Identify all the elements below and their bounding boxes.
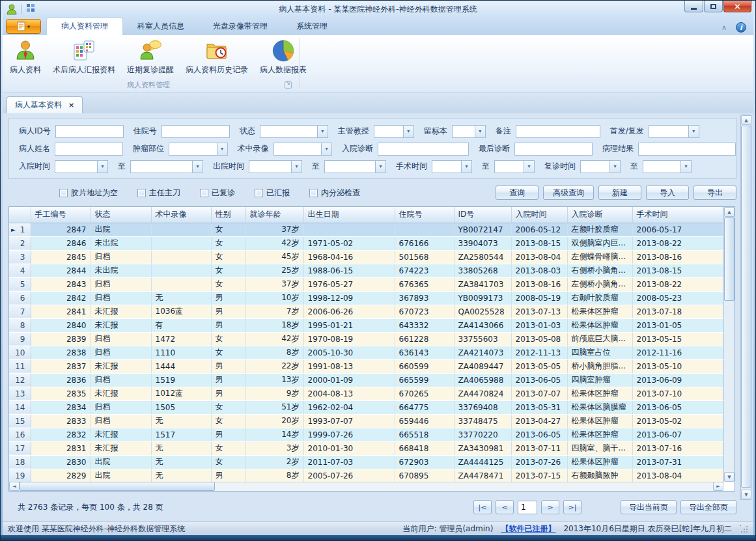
table-row[interactable]: 152833归档无女20岁1993-07-0765944633748475201…	[9, 414, 723, 428]
scroll-up-icon[interactable]: ▲	[724, 207, 735, 217]
row-selector[interactable]: 8	[9, 318, 31, 332]
table-row[interactable]: 92839归档1472女42岁1970-08-19661228337556032…	[9, 332, 723, 346]
quick-access-icon[interactable]	[26, 3, 36, 16]
row-selector[interactable]: 14	[9, 400, 31, 414]
ribbon-collapse-icon[interactable]: ∧	[721, 23, 727, 32]
chevron-down-icon[interactable]: ▾	[291, 161, 301, 173]
first-page-button[interactable]: |<	[473, 500, 492, 514]
column-header-ID号[interactable]: ID号	[454, 207, 511, 223]
combo-复诊时间[interactable]: ▾	[580, 160, 621, 173]
chevron-down-icon[interactable]: ▾	[688, 126, 699, 137]
table-row[interactable]: 182830出院无女2岁2011-07-03672903ZA4444125201…	[9, 455, 723, 469]
chevron-down-icon[interactable]: ▾	[217, 143, 227, 155]
ribbon-tab-2[interactable]: 科室人员信息	[123, 18, 199, 35]
column-header-入院诊断[interactable]: 入院诊断	[567, 207, 632, 223]
chevron-down-icon[interactable]: ▾	[680, 161, 691, 173]
minimize-button[interactable]	[684, 1, 703, 12]
table-row[interactable]: 22846未出院女42岁1971-05-02676166339040732013…	[9, 236, 723, 250]
column-header-住院号[interactable]: 住院号	[395, 207, 454, 223]
table-row[interactable]: 72841未汇报1036蓝男7岁2006-06-26670723QA002552…	[9, 305, 723, 318]
row-selector[interactable]: 19	[9, 469, 31, 482]
last-page-button[interactable]: >|	[563, 500, 581, 514]
table-row[interactable]: 192829出院无男8岁2005-07-26670895ZA4478471201…	[9, 469, 723, 482]
checkbox-内分泌检查[interactable]: 内分泌检查	[309, 187, 360, 199]
checkbox-主任主刀[interactable]: 主任主刀	[137, 187, 180, 199]
export-current-page-button[interactable]: 导出当前页	[621, 500, 677, 514]
application-menu-button[interactable]: ▾	[6, 19, 41, 34]
table-row[interactable]: 122836归档1519男13岁2000-01-09665599ZA406598…	[9, 373, 723, 387]
column-header-出生日期[interactable]: 出生日期	[303, 207, 395, 223]
ribbon-button-病人资料[interactable]: 病人资料	[4, 36, 47, 77]
input-入院诊断[interactable]	[378, 143, 469, 156]
export-all-pages-button[interactable]: 导出全部页	[680, 500, 736, 514]
info-icon[interactable]: i	[736, 22, 746, 33]
table-row[interactable]: 142834归档1505女51岁1962-02-0466477533769408…	[9, 400, 723, 414]
combo-肿瘤部位[interactable]: ▾	[169, 143, 228, 156]
checkbox-icon[interactable]	[200, 189, 208, 197]
page-input[interactable]	[518, 501, 537, 514]
dialog-launcher-icon[interactable]	[285, 81, 292, 89]
column-header-状态[interactable]: 状态	[91, 207, 151, 223]
prev-page-button[interactable]: <	[496, 500, 514, 514]
action-button-导入[interactable]: 导入	[646, 186, 689, 200]
ribbon-button-病人数据报表[interactable]: 病人数据报表	[254, 36, 313, 77]
table-row[interactable]: 172831未汇报无女3岁2010-01-30668418ZA343098120…	[9, 441, 723, 455]
row-selector[interactable]: 6	[9, 291, 31, 305]
combo-主管教授[interactable]: ▾	[374, 125, 414, 138]
combo-至[interactable]: ▾	[643, 160, 692, 173]
input-病人ID号[interactable]	[55, 125, 124, 138]
ribbon-button-病人资料历史记录[interactable]: 病人资料历史记录	[180, 36, 254, 77]
row-selector[interactable]: 9	[9, 332, 31, 346]
row-selector[interactable]: 13	[9, 387, 31, 400]
chevron-down-icon[interactable]: ▾	[461, 161, 471, 173]
combo-出院时间[interactable]: ▾	[249, 160, 302, 173]
content-vscroll-thumb[interactable]	[741, 126, 751, 488]
table-row[interactable]: 42844未出院女25岁1988-06-15674223338052682013…	[9, 264, 723, 277]
grid-vertical-scrollbar[interactable]: ▲ ▼	[723, 207, 735, 482]
ribbon-button-近期复诊提醒[interactable]: 近期复诊提醒	[121, 36, 180, 77]
row-selector[interactable]: 12	[9, 373, 31, 387]
column-header-性别[interactable]: 性别	[211, 207, 245, 223]
table-row[interactable]: 112837未汇报1444男22岁1991-08-13660599ZA40894…	[9, 359, 723, 373]
checkbox-icon[interactable]	[255, 189, 263, 197]
table-row[interactable]: 52843归档女37岁1976-05-27676365ZA38417032013…	[9, 277, 723, 291]
scroll-up-icon[interactable]: ▲	[741, 115, 751, 125]
checkbox-已汇报[interactable]: 已汇报	[255, 187, 290, 199]
maximize-button[interactable]	[704, 1, 723, 12]
chevron-down-icon[interactable]: ▾	[317, 126, 328, 137]
action-button-导出[interactable]: 导出	[693, 186, 736, 200]
chevron-down-icon[interactable]: ▾	[375, 161, 385, 173]
resize-grip[interactable]	[740, 525, 748, 533]
scroll-down-icon[interactable]: ▼	[724, 472, 735, 482]
scroll-down-icon[interactable]: ▼	[741, 490, 751, 499]
action-button-新建[interactable]: 新建	[598, 186, 641, 200]
grid-vscroll-thumb[interactable]	[724, 217, 735, 301]
ribbon-tab-4[interactable]: 系统管理	[282, 18, 342, 35]
row-selector[interactable]: ►1	[9, 223, 31, 236]
combo-入院时间[interactable]: ▾	[55, 160, 108, 173]
scroll-left-icon[interactable]: ◄	[9, 482, 20, 491]
row-selector[interactable]: 16	[9, 428, 31, 441]
checkbox-icon[interactable]	[137, 189, 146, 197]
input-病理结果[interactable]	[638, 143, 736, 156]
next-page-button[interactable]: >	[541, 500, 559, 514]
row-selector[interactable]: 3	[9, 250, 31, 264]
column-header-手术时间[interactable]: 手术时间	[632, 207, 723, 223]
checkbox-已复诊[interactable]: 已复诊	[200, 187, 235, 199]
chevron-down-icon[interactable]: ▾	[475, 126, 485, 137]
chevron-down-icon[interactable]: ▾	[524, 161, 534, 173]
combo-手术时间[interactable]: ▾	[432, 160, 472, 173]
row-selector[interactable]: 18	[9, 455, 31, 469]
ribbon-tab-1[interactable]: 病人资料管理	[46, 18, 123, 35]
column-header-术中录像[interactable]: 术中录像	[151, 207, 211, 223]
row-selector[interactable]: 17	[9, 441, 31, 455]
combo-至[interactable]: ▾	[494, 160, 535, 173]
column-header-入院时间[interactable]: 入院时间	[511, 207, 567, 223]
row-selector[interactable]: 15	[9, 414, 31, 428]
input-住院号[interactable]	[161, 125, 230, 138]
chevron-down-icon[interactable]: ▾	[321, 143, 331, 155]
chevron-down-icon[interactable]: ▾	[192, 161, 203, 173]
content-scrollbar[interactable]: ▲ ▼	[740, 115, 751, 500]
doc-tab-close-icon[interactable]: ×	[68, 101, 74, 109]
input-病人姓名[interactable]	[55, 143, 123, 156]
